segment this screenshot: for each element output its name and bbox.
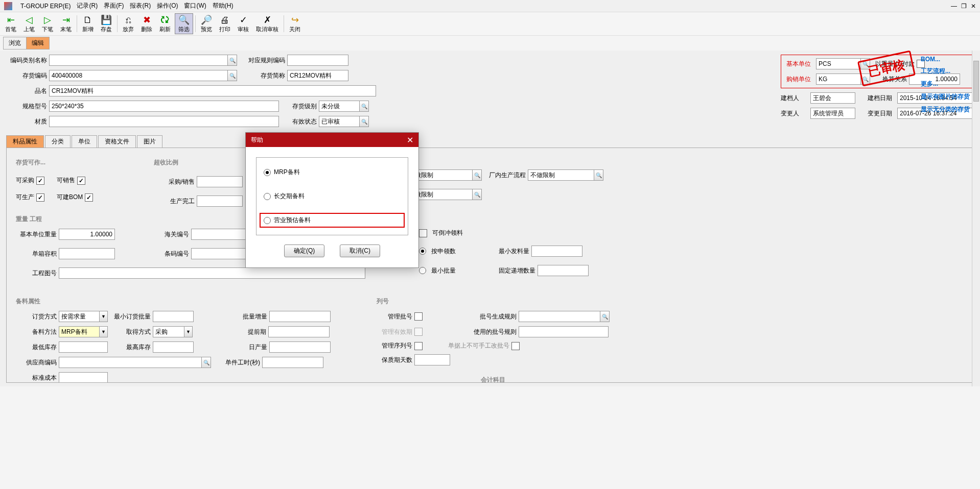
link-more[interactable]: 更多... [921, 80, 970, 88]
menu-report[interactable]: 报表(R) [130, 2, 151, 10]
barcode-input[interactable] [191, 248, 247, 259]
menu-record[interactable]: 记录(R) [77, 2, 98, 10]
purchasable-checkbox[interactable] [36, 177, 44, 185]
reversible-checkbox[interactable] [419, 229, 427, 237]
fixed-inc-input[interactable] [538, 265, 589, 276]
restore-icon[interactable]: ❐ [961, 3, 967, 10]
menu-window[interactable]: 窗口(W) [184, 2, 206, 10]
tab-cert[interactable]: 资格文件 [98, 135, 136, 148]
modal-cancel-button[interactable]: 取消(C) [340, 244, 380, 257]
batch-rule-input[interactable] [519, 311, 600, 322]
box-input[interactable] [59, 248, 115, 259]
menu-action[interactable]: 操作(O) [157, 2, 178, 10]
tab-category[interactable]: 分类 [45, 135, 71, 148]
producible-checkbox[interactable] [36, 193, 44, 202]
toolbar-末笔[interactable]: ⇥末笔 [57, 13, 75, 34]
supplier-input[interactable] [59, 357, 202, 368]
toolbar-预览[interactable]: 🔎预览 [198, 13, 215, 34]
toolbar-刷新[interactable]: 🗘刷新 [156, 13, 174, 34]
dropdown-icon[interactable]: ▼ [184, 326, 193, 337]
modal-opt1-radio[interactable] [264, 169, 271, 176]
lookup-icon[interactable]: 🔍 [360, 116, 369, 127]
modal-opt3-radio[interactable] [264, 217, 271, 224]
min-batch-radio[interactable] [419, 267, 426, 274]
no-manual-checkbox[interactable] [511, 342, 520, 350]
link-no-class[interactable]: 显示无分类的存货 [921, 105, 970, 114]
toolbar-新增[interactable]: 🗋新增 [79, 13, 97, 34]
tab-unit[interactable]: 单位 [72, 135, 97, 148]
lookup-icon[interactable]: 🔍 [861, 58, 870, 69]
factory-flow-input[interactable] [528, 169, 594, 181]
sale-unit-input[interactable] [816, 74, 861, 85]
tab-browse[interactable]: 浏览 [3, 37, 27, 50]
by-request-radio[interactable] [419, 248, 426, 255]
link-with-image[interactable]: 显示有图片的存货 [921, 92, 970, 101]
toolbar-审核[interactable]: ✓审核 [235, 13, 252, 34]
piece-time-input[interactable] [262, 357, 323, 368]
lookup-icon[interactable]: 🔍 [202, 357, 211, 368]
lookup-icon[interactable]: 🔍 [360, 101, 369, 112]
stock-short-input[interactable] [287, 70, 348, 81]
lead-input[interactable] [268, 326, 330, 337]
material-method-input[interactable] [59, 326, 100, 337]
prod-done-input[interactable] [197, 195, 243, 207]
min-stock-input[interactable] [59, 341, 108, 353]
toolbar-下笔[interactable]: ▷下笔 [39, 13, 56, 34]
toolbar-取消审核[interactable]: ✗取消审核 [253, 13, 282, 34]
toolbar-上笔[interactable]: ◁上笔 [20, 13, 38, 34]
shelf-days-input[interactable] [414, 354, 450, 365]
close-icon[interactable]: ✕ [971, 3, 976, 10]
dropdown-icon[interactable]: ▼ [100, 311, 108, 322]
link-process[interactable]: 工艺流程... [921, 67, 970, 76]
tab-edit[interactable]: 编辑 [26, 37, 50, 50]
toolbar-筛选[interactable]: 🔍筛选 [175, 13, 193, 34]
min-order-input[interactable] [153, 311, 194, 322]
toolbar-存盘[interactable]: 💾存盘 [98, 13, 115, 34]
purchase-sale-input[interactable] [197, 176, 243, 187]
lookup-icon[interactable]: 🔍 [600, 311, 610, 322]
get-method-input[interactable] [153, 326, 184, 337]
saleable-checkbox[interactable] [77, 177, 85, 185]
base-weight-input[interactable] [59, 229, 115, 240]
modal-ok-button[interactable]: 确定(Q) [284, 244, 324, 257]
modal-close-icon[interactable]: ✕ [407, 135, 413, 145]
tab-material-attr[interactable]: 料品属性 [6, 135, 44, 148]
toolbar-放弃[interactable]: ⎌放弃 [120, 13, 137, 34]
lookup-icon[interactable]: 🔍 [594, 169, 603, 181]
status-input[interactable] [319, 116, 360, 127]
minimize-icon[interactable]: — [951, 3, 957, 10]
dropdown-icon[interactable]: ▼ [100, 326, 108, 337]
base-unit-input[interactable] [816, 58, 861, 69]
vertical-scrollbar[interactable] [972, 51, 980, 386]
buildable-bom-checkbox[interactable] [85, 193, 93, 202]
name-input[interactable] [49, 85, 376, 96]
lookup-icon[interactable]: 🔍 [228, 70, 237, 81]
lookup-icon[interactable]: 🔍 [228, 55, 237, 66]
code-class-input[interactable] [49, 55, 228, 66]
stock-code-input[interactable] [49, 70, 228, 81]
daily-input[interactable] [269, 341, 331, 353]
batch-inc-input[interactable] [269, 311, 331, 322]
lookup-icon[interactable]: 🔍 [473, 189, 482, 200]
level-input[interactable] [319, 101, 360, 112]
min-issue-input[interactable] [531, 246, 582, 257]
toolbar-首笔[interactable]: ⇤首笔 [2, 13, 19, 34]
menu-help[interactable]: 帮助(H) [213, 2, 234, 10]
link-bom[interactable]: BOM... [921, 56, 970, 63]
customs-input[interactable] [191, 229, 247, 240]
max-stock-input[interactable] [153, 341, 194, 353]
manage-serial-checkbox[interactable] [414, 342, 423, 350]
menu-view[interactable]: 界面(F) [104, 2, 124, 10]
order-method-input[interactable] [59, 311, 100, 322]
rule-code-input[interactable] [287, 55, 348, 66]
lookup-icon[interactable]: 🔍 [473, 169, 482, 181]
material-input[interactable] [49, 116, 279, 127]
manage-batch-checkbox[interactable] [414, 312, 423, 321]
std-cost-input[interactable] [59, 372, 108, 383]
tab-image[interactable]: 图片 [137, 135, 162, 148]
modal-opt2-radio[interactable] [264, 193, 271, 200]
used-rule-input[interactable] [519, 326, 609, 337]
toolbar-删除[interactable]: ✖删除 [138, 13, 155, 34]
spec-input[interactable] [49, 101, 279, 112]
toolbar-打印[interactable]: 🖨打印 [216, 13, 234, 34]
